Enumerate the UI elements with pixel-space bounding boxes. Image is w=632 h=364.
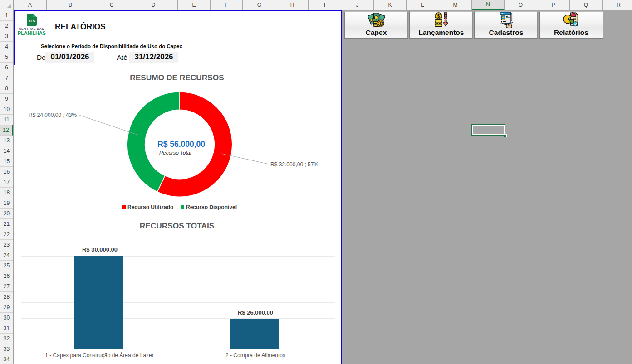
svg-text:XLS: XLS (29, 19, 35, 23)
svg-text:$: $ (379, 22, 382, 26)
svg-text:$: $ (437, 14, 440, 19)
svg-text:$: $ (372, 19, 373, 22)
